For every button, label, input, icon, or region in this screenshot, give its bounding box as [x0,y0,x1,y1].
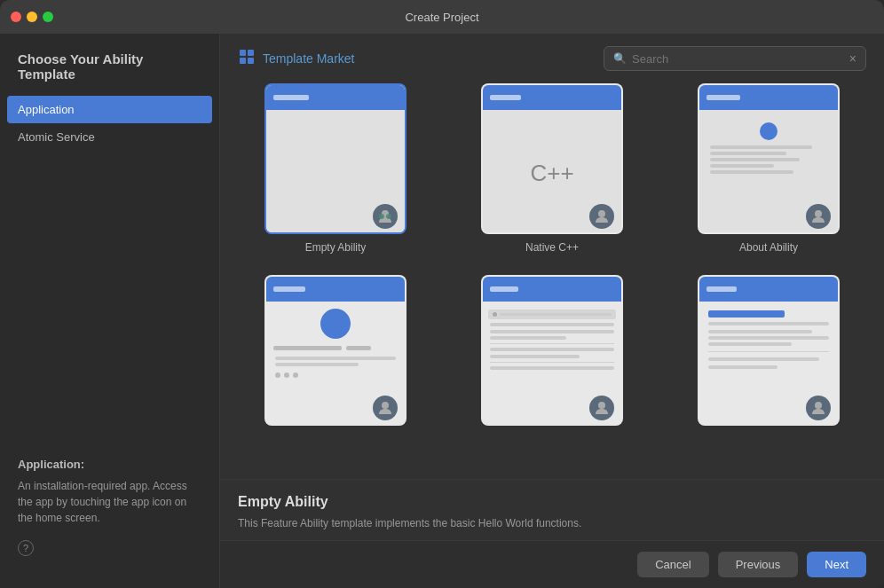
sidebar-footer: Application: An installation-required ap… [0,443,219,570]
next-button[interactable]: Next [807,552,866,577]
template-label-empty-ability: Empty Ability [305,241,367,254]
template-label-native-cpp: Native C++ [525,241,579,254]
cancel-button[interactable]: Cancel [637,552,708,577]
titlebar: Create Project [0,0,884,34]
sidebar-item-atomic-service[interactable]: Atomic Service [0,123,219,151]
template-card-detail-ability[interactable] [698,275,840,426]
sidebar-app-label: Application: [18,458,201,471]
template-item-native-cpp[interactable]: C++ Native C++ [454,83,650,254]
minimize-button[interactable] [27,12,37,22]
search-clear-button[interactable]: × [849,51,856,66]
previous-button[interactable]: Previous [718,552,799,577]
template-card-list-ability[interactable] [264,275,406,426]
svg-point-7 [598,210,605,217]
template-info-title: Empty Ability [238,494,866,510]
template-item-empty-ability[interactable]: Empty Ability [238,83,433,254]
avatar-badge-5 [589,396,614,420]
template-card-empty-ability[interactable] [264,83,406,234]
cpp-icon: C++ [530,160,573,187]
sidebar: Choose Your Ability Template Application… [0,34,220,588]
avatar-badge-2 [589,204,614,229]
template-card-search-list[interactable] [481,275,623,426]
svg-point-10 [598,402,605,409]
svg-point-9 [382,402,389,409]
svg-rect-0 [240,50,246,56]
template-item-search-list[interactable] [454,275,650,433]
svg-point-5 [379,214,384,219]
template-market-icon [238,48,256,70]
search-input[interactable] [632,52,844,66]
sidebar-item-application[interactable]: Application [7,96,212,123]
avatar-badge-6 [806,396,831,420]
close-button[interactable] [11,12,21,22]
template-label-about-ability: About Ability [739,241,798,254]
template-card-native-cpp[interactable]: C++ [481,83,623,234]
market-title-section: Template Market [238,48,586,70]
market-title-text: Template Market [263,51,354,66]
maximize-button[interactable] [43,12,53,22]
avatar-badge-4 [373,396,398,420]
traffic-lights [11,12,53,22]
avatar-badge-3 [806,204,831,229]
bottom-bar: Cancel Previous Next [220,540,884,588]
avatar-badge-1 [373,204,398,229]
template-card-about-ability[interactable] [698,83,840,234]
search-box[interactable]: 🔍 × [604,46,866,71]
template-info-desc: This Feature Ability template implements… [238,515,866,531]
template-item-list-ability[interactable] [238,275,433,433]
template-item-about-ability[interactable]: About Ability [671,83,866,254]
templates-grid: Empty Ability C++ [238,83,866,433]
svg-point-8 [815,210,822,217]
content-area: Template Market 🔍 × [220,34,884,588]
svg-point-11 [815,402,822,409]
main-container: Choose Your Ability Template Application… [0,34,884,588]
svg-rect-2 [240,58,246,64]
template-info: Empty Ability This Feature Ability templ… [220,479,884,540]
sidebar-heading: Choose Your Ability Template [0,51,219,96]
sidebar-app-desc: An installation-required app. Access the… [18,478,201,526]
help-button[interactable]: ? [18,540,34,556]
svg-rect-3 [248,58,254,64]
search-icon: 🔍 [613,52,627,65]
content-header: Template Market 🔍 × [220,34,884,83]
window-title: Create Project [405,11,478,24]
svg-rect-1 [248,50,254,56]
templates-scroll[interactable]: Empty Ability C++ [220,83,884,479]
svg-point-6 [386,214,391,219]
template-item-detail-ability[interactable] [671,275,866,433]
